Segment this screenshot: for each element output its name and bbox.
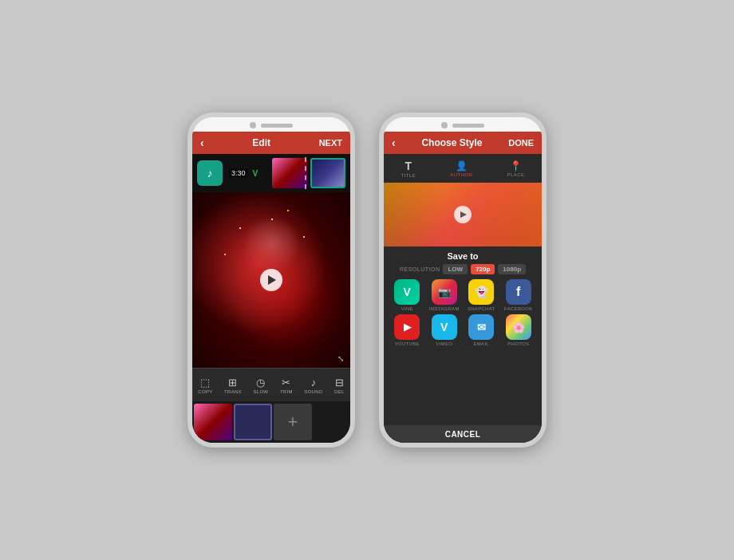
timeline-thumb-1[interactable]	[272, 158, 307, 188]
edit-toolbar: ⬚ COPY ⊞ TRANX ◷ SLOW ✂ TRIM ♪ SOUND ⊟ D…	[192, 368, 350, 401]
tool-sound[interactable]: ♪ SOUND	[304, 377, 322, 394]
slow-label: SLOW	[253, 389, 268, 394]
vine-icon: V	[394, 279, 420, 305]
style-screen: ‹ Choose Style DONE T TITLE 👤 AUTHOR 📍 P…	[384, 132, 542, 443]
instagram-icon: 📷	[432, 279, 457, 305]
res-low-button[interactable]: LOW	[443, 264, 468, 274]
edit-title: Edit	[252, 137, 270, 148]
phone-notch-2	[384, 117, 542, 132]
edit-header: ‹ Edit NEXT	[192, 132, 350, 154]
resolution-label: RESOLUTION	[400, 266, 440, 272]
tab-title[interactable]: T TITLE	[401, 160, 416, 178]
youtube-icon: ▶	[394, 314, 420, 340]
cancel-label: CANCEL	[445, 430, 481, 439]
clip-thumb-1[interactable]	[194, 404, 232, 440]
preview-play-button[interactable]	[454, 206, 472, 223]
youtube-label: YOUTUBE	[395, 341, 420, 346]
app-instagram[interactable]: 📷 INSTAGRAM	[428, 279, 462, 311]
sparkle	[303, 236, 305, 238]
sparkle	[224, 254, 226, 255]
place-tab-label: PLACE	[507, 172, 524, 177]
sparkle	[271, 219, 273, 220]
sparkle	[287, 210, 289, 211]
expand-icon[interactable]: ⤡	[337, 354, 344, 363]
app-vine[interactable]: V VINE	[390, 279, 424, 311]
music-icon-box[interactable]: ♪	[197, 160, 223, 186]
app-email[interactable]: ✉ EMAIL	[464, 314, 499, 346]
app-youtube[interactable]: ▶ YOUTUBE	[390, 314, 424, 346]
tab-place[interactable]: 📍 PLACE	[507, 160, 524, 177]
app-snapchat[interactable]: 👻 SNAPCHAT	[464, 279, 499, 311]
photos-label: PHOTOS	[507, 341, 529, 346]
copy-label: COPY	[198, 389, 212, 394]
slow-icon: ◷	[256, 377, 265, 388]
tool-tranx[interactable]: ⊞ TRANX	[224, 377, 242, 394]
clip-thumb-2[interactable]	[234, 404, 272, 440]
trim-label: TRIM	[280, 389, 293, 394]
facebook-label: FACEBOOK	[504, 306, 532, 311]
style-back-button[interactable]: ‹	[392, 136, 396, 149]
camera-dot-2	[441, 122, 448, 128]
next-button[interactable]: NEXT	[319, 138, 342, 148]
cancel-bar[interactable]: CANCEL	[384, 425, 542, 443]
video-area[interactable]: ⤡	[192, 192, 350, 368]
snapchat-label: SNAPCHAT	[468, 306, 495, 311]
del-label: DEL	[334, 389, 345, 394]
tab-author[interactable]: 👤 AUTHOR	[450, 160, 472, 177]
tool-copy[interactable]: ⬚ COPY	[198, 377, 212, 394]
author-tab-icon: 👤	[456, 160, 468, 172]
instagram-label: INSTAGRAM	[429, 306, 460, 311]
style-title: Choose Style	[421, 137, 482, 148]
vimeo-label: VIMEO	[436, 341, 452, 346]
tranx-label: TRANX	[224, 389, 242, 394]
email-icon: ✉	[468, 314, 494, 340]
speaker-bar-2	[452, 124, 484, 128]
time-badge: 3:30	[229, 168, 248, 178]
vine-badge: V	[253, 169, 258, 178]
save-section: Save to RESOLUTION LOW 720p 1080p V VINE	[384, 246, 542, 443]
sound-label: SOUND	[304, 389, 322, 394]
style-tabs: T TITLE 👤 AUTHOR 📍 PLACE	[384, 154, 542, 183]
add-clip-button[interactable]: +	[274, 404, 312, 440]
tranx-icon: ⊞	[228, 377, 237, 388]
app-photos[interactable]: 🌸 PHOTOS	[502, 314, 536, 346]
save-title: Save to	[384, 246, 542, 264]
tool-trim[interactable]: ✂ TRIM	[280, 377, 293, 394]
snapchat-icon: 👻	[468, 279, 494, 305]
facebook-icon: f	[506, 279, 531, 305]
place-tab-icon: 📍	[510, 160, 522, 172]
timeline-thumb-2[interactable]	[310, 158, 345, 188]
preview-play-icon	[460, 211, 467, 218]
clips-row: +	[192, 401, 350, 443]
play-button[interactable]	[260, 269, 282, 291]
apps-grid: V VINE 📷 INSTAGRAM 👻 SNAPCHAT	[384, 279, 542, 346]
sound-icon: ♪	[311, 377, 317, 388]
preview-video-area[interactable]	[384, 183, 542, 246]
style-header: ‹ Choose Style DONE	[384, 132, 542, 154]
phone-notch	[192, 117, 350, 132]
res-1080p-button[interactable]: 1080p	[498, 264, 526, 274]
music-icon: ♪	[207, 167, 213, 179]
del-icon: ⊟	[335, 377, 344, 388]
back-button[interactable]: ‹	[200, 136, 204, 149]
phone-edit: ‹ Edit NEXT ♪ 3:30 V	[187, 112, 355, 448]
photos-icon: 🌸	[506, 314, 531, 340]
timeline-strip: ♪ 3:30 V	[192, 154, 350, 192]
phone-choose-style: ‹ Choose Style DONE T TITLE 👤 AUTHOR 📍 P…	[379, 112, 547, 448]
app-facebook[interactable]: f FACEBOOK	[502, 279, 536, 311]
title-tab-icon: T	[405, 160, 412, 172]
app-vimeo[interactable]: V VIMEO	[428, 314, 462, 346]
dashed-line	[305, 157, 306, 189]
done-button[interactable]: DONE	[508, 138, 534, 148]
vimeo-icon: V	[432, 314, 457, 340]
res-720p-button[interactable]: 720p	[471, 264, 495, 274]
camera-dot	[250, 122, 256, 128]
play-icon	[268, 275, 276, 285]
tool-slow[interactable]: ◷ SLOW	[253, 377, 268, 394]
tool-del[interactable]: ⊟ DEL	[334, 377, 345, 394]
copy-icon: ⬚	[200, 377, 210, 388]
trim-icon: ✂	[282, 377, 290, 388]
vine-label: VINE	[401, 306, 413, 311]
resolution-row: RESOLUTION LOW 720p 1080p	[384, 264, 542, 274]
title-tab-label: TITLE	[401, 173, 416, 178]
